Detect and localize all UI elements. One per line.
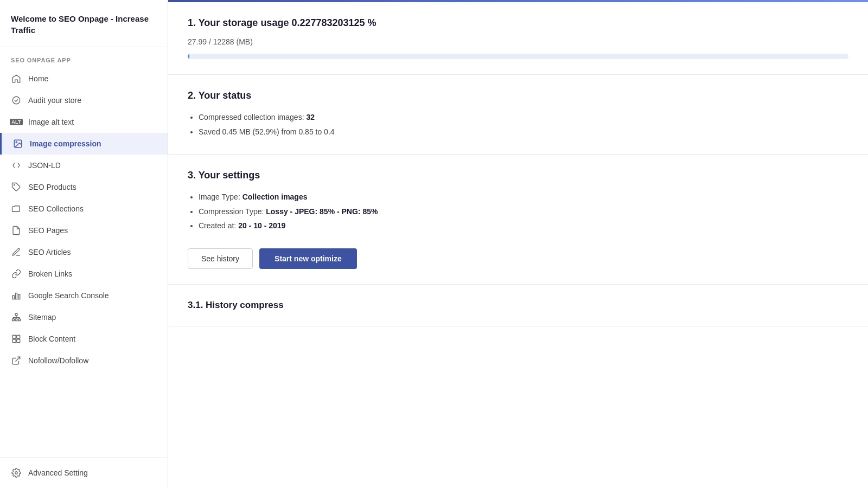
status-compressed-label: Compressed collection images: [199, 113, 306, 121]
svg-rect-9 [18, 319, 21, 321]
bar-chart-icon [11, 290, 22, 301]
sidebar-item-image-compression-label: Image compression [30, 139, 101, 148]
sidebar-item-audit-label: Audit your store [28, 96, 81, 105]
start-optimize-button[interactable]: Start new optimize [259, 248, 357, 269]
sidebar-item-seo-articles[interactable]: SEO Articles [0, 241, 168, 263]
settings-compression-type: Compression Type: Lossy - JPEG: 85% - PN… [199, 204, 848, 219]
svg-rect-10 [15, 313, 17, 316]
sidebar-item-audit[interactable]: Audit your store [0, 89, 168, 111]
edit-icon [11, 247, 22, 258]
compression-type-value: Lossy - JPEG: 85% - PNG: 85% [266, 207, 378, 216]
sidebar-item-image-compression[interactable]: Image compression [0, 133, 168, 155]
external-link-icon [11, 355, 22, 366]
sidebar-item-seo-pages-label: SEO Pages [28, 226, 68, 235]
sidebar-item-broken-links-label: Broken Links [28, 269, 72, 278]
sidebar-item-seo-collections-label: SEO Collections [28, 204, 84, 213]
sidebar-item-block-content-label: Block Content [28, 335, 75, 343]
sidebar-item-home[interactable]: Home [0, 68, 168, 89]
svg-rect-14 [17, 339, 20, 343]
sidebar: Welcome to SEO Onpage - Increase Traffic… [0, 0, 168, 488]
code-slash-icon [11, 160, 22, 171]
sidebar-section-label: SEO ONPAGE APP [0, 47, 168, 68]
sidebar-item-json-ld[interactable]: JSON-LD [0, 155, 168, 176]
sidebar-item-seo-articles-label: SEO Articles [28, 248, 71, 256]
sidebar-item-seo-products-label: SEO Products [28, 183, 76, 191]
storage-progress-fill [188, 54, 189, 59]
created-at-label: Created at: [199, 221, 238, 230]
svg-rect-11 [12, 335, 16, 338]
sidebar-bottom: Advanced Setting [0, 457, 168, 488]
history-title: 3.1. History compress [188, 300, 848, 311]
sidebar-item-home-label: Home [28, 74, 48, 83]
sidebar-item-sitemap-label: Sitemap [28, 313, 56, 322]
main-content: 1. Your storage usage 0.227783203125 % 2… [168, 0, 868, 488]
compression-type-label: Compression Type: [199, 207, 266, 216]
sidebar-item-seo-collections[interactable]: SEO Collections [0, 198, 168, 220]
status-list: Compressed collection images: 32 Saved 0… [188, 110, 848, 139]
tag-icon [11, 182, 22, 192]
sidebar-item-alt-text[interactable]: ALT Image alt text [0, 111, 168, 133]
history-section: 3.1. History compress [168, 285, 868, 326]
folder-icon [11, 203, 22, 214]
svg-rect-5 [16, 293, 17, 299]
see-history-button[interactable]: See history [188, 248, 253, 269]
block-icon [11, 333, 22, 344]
sidebar-item-sitemap[interactable]: Sitemap [0, 306, 168, 328]
sidebar-item-google-search-label: Google Search Console [28, 291, 109, 300]
settings-title: 3. Your settings [188, 170, 848, 181]
status-compressed-value: 32 [306, 113, 315, 121]
sidebar-item-advanced-setting[interactable]: Advanced Setting [0, 462, 168, 484]
storage-title: 1. Your storage usage 0.227783203125 % [188, 17, 848, 29]
sidebar-item-seo-pages[interactable]: SEO Pages [0, 220, 168, 241]
settings-section: 3. Your settings Image Type: Collection … [168, 155, 868, 285]
image-type-value: Collection images [242, 192, 308, 201]
sidebar-item-broken-links[interactable]: Broken Links [0, 263, 168, 285]
status-item-2: Saved 0.45 MB (52.9%) from 0.85 to 0.4 [199, 125, 848, 139]
settings-list: Image Type: Collection images Compressio… [188, 190, 848, 233]
status-item-1: Compressed collection images: 32 [199, 110, 848, 125]
settings-buttons: See history Start new optimize [188, 248, 848, 269]
status-title: 2. Your status [188, 90, 848, 101]
sidebar-item-google-search[interactable]: Google Search Console [0, 285, 168, 306]
sidebar-item-advanced-setting-label: Advanced Setting [28, 468, 88, 477]
svg-point-16 [15, 472, 18, 474]
sidebar-item-seo-products[interactable]: SEO Products [0, 176, 168, 198]
svg-point-0 [12, 97, 20, 104]
sidebar-item-nofollow[interactable]: Nofollow/Dofollow [0, 350, 168, 371]
svg-point-2 [16, 142, 17, 143]
link-icon [11, 268, 22, 279]
sitemap-icon [11, 312, 22, 323]
file-icon [11, 225, 22, 236]
svg-rect-12 [17, 335, 20, 338]
svg-line-15 [16, 357, 20, 361]
settings-created-at: Created at: 20 - 10 - 2019 [199, 219, 848, 233]
image-type-label: Image Type: [199, 192, 242, 201]
svg-point-3 [14, 185, 15, 186]
status-section: 2. Your status Compressed collection ima… [168, 75, 868, 155]
sidebar-item-block-content[interactable]: Block Content [0, 328, 168, 350]
sidebar-item-alt-label: Image alt text [28, 118, 74, 126]
storage-section: 1. Your storage usage 0.227783203125 % 2… [168, 2, 868, 75]
sidebar-item-nofollow-label: Nofollow/Dofollow [28, 356, 88, 365]
created-at-value: 20 - 10 - 2019 [238, 221, 285, 230]
home-icon [11, 73, 22, 84]
status-saved-text: Saved 0.45 MB (52.9%) from 0.85 to 0.4 [199, 127, 335, 136]
storage-value: 27.99 / 12288 (MB) [188, 37, 848, 46]
svg-rect-4 [12, 296, 14, 299]
gear-icon [11, 467, 22, 478]
storage-progress-container [188, 54, 848, 59]
sidebar-app-title: Welcome to SEO Onpage - Increase Traffic [0, 0, 168, 47]
check-circle-icon [11, 95, 22, 106]
svg-rect-13 [12, 339, 16, 343]
svg-rect-7 [12, 319, 15, 321]
svg-rect-8 [15, 319, 17, 321]
alt-badge-icon: ALT [11, 117, 22, 127]
svg-rect-6 [18, 294, 20, 299]
image-icon [12, 138, 23, 149]
settings-image-type: Image Type: Collection images [199, 190, 848, 204]
sidebar-item-jsonld-label: JSON-LD [28, 161, 61, 170]
